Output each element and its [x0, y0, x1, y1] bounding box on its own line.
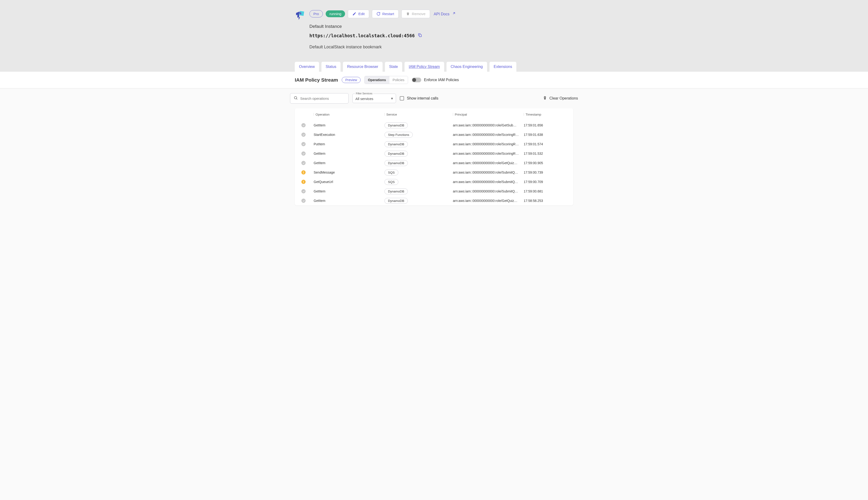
check-icon — [301, 198, 305, 203]
cell-timestamp: 17:58:58.253 — [524, 199, 564, 203]
cell-timestamp: 17:59:01.532 — [524, 152, 564, 156]
service-chip: DynamoDB — [385, 160, 408, 166]
restart-label: Restart — [382, 12, 394, 16]
table-row[interactable]: PutItemDynamoDBarn:aws:iam::000000000000… — [295, 139, 573, 149]
table-header: Operation Service Principal Timestamp — [295, 108, 573, 121]
service-chip: DynamoDB — [385, 189, 408, 194]
cell-principal: arn:aws:iam::000000000000:role/ScoringRo… — [453, 152, 519, 156]
check-icon — [301, 151, 305, 156]
table-row[interactable]: GetItemDynamoDBarn:aws:iam::000000000000… — [295, 186, 573, 196]
edit-label: Edit — [358, 12, 365, 16]
cell-operation: GetItem — [314, 152, 385, 156]
clear-icon — [543, 96, 547, 101]
tab-overview[interactable]: Overview — [295, 62, 319, 72]
cell-principal: arn:aws:iam::000000000000:role/ScoringRo… — [453, 142, 519, 146]
tab-extensions[interactable]: Extensions — [489, 62, 516, 72]
cell-operation: StartExecution — [314, 133, 385, 137]
check-icon — [301, 161, 305, 165]
chevron-down-icon: ▾ — [391, 96, 393, 101]
restart-button[interactable]: Restart — [372, 10, 399, 18]
trash-icon — [406, 12, 410, 16]
segment-policies[interactable]: Policies — [389, 76, 408, 84]
service-chip: SQS — [385, 179, 398, 185]
svg-point-2 — [294, 96, 297, 99]
cell-operation: GetQueueUrl — [314, 180, 385, 184]
table-row[interactable]: GetItemDynamoDBarn:aws:iam::000000000000… — [295, 158, 573, 168]
cell-principal: arn:aws:iam::000000000000:role/SubmitQui… — [453, 171, 519, 174]
table-row[interactable]: GetItemDynamoDBarn:aws:iam::000000000000… — [295, 121, 573, 130]
operations-table: Operation Service Principal Timestamp Ge… — [295, 108, 573, 205]
enforce-iam-toggle[interactable] — [412, 78, 421, 82]
service-chip: DynamoDB — [385, 122, 408, 128]
check-icon — [301, 123, 305, 127]
service-chip: DynamoDB — [385, 198, 408, 204]
enforce-iam-label: Enforce IAM Policies — [424, 78, 459, 82]
external-link-icon — [452, 11, 456, 15]
cell-principal: arn:aws:iam::000000000000:role/ScoringRo… — [453, 133, 519, 137]
check-icon — [301, 142, 305, 146]
copy-icon[interactable] — [418, 33, 422, 38]
header-section: Pro running Edit Restart Remove — [0, 0, 868, 72]
filter-value: All services — [355, 97, 373, 101]
service-chip: DynamoDB — [385, 151, 408, 157]
tab-status[interactable]: Status — [321, 62, 341, 72]
tab-resource-browser[interactable]: Resource Browser — [343, 62, 382, 72]
cell-timestamp: 17:59:01.574 — [524, 142, 564, 146]
cell-principal: arn:aws:iam::000000000000:role/GetQuizRo… — [453, 199, 519, 203]
col-service: Service — [385, 113, 453, 116]
cell-timestamp: 17:59:00.709 — [524, 180, 564, 184]
col-operation: Operation — [314, 113, 385, 116]
cell-operation: SendMessage — [314, 171, 385, 174]
cell-operation: GetItem — [314, 189, 385, 193]
col-principal: Principal — [453, 113, 524, 116]
localstack-logo — [295, 10, 305, 21]
cell-timestamp: 17:59:01.638 — [524, 133, 564, 137]
cell-timestamp: 17:59:01.656 — [524, 123, 564, 127]
clear-operations-button[interactable]: Clear Operations — [543, 96, 578, 101]
remove-button: Remove — [401, 10, 430, 18]
cell-operation: PutItem — [314, 142, 385, 146]
nav-tabs: Overview Status Resource Browser State I… — [295, 62, 573, 72]
header-buttons: Pro running Edit Restart Remove — [309, 9, 573, 18]
restart-icon — [376, 12, 380, 16]
show-internal-checkbox[interactable] — [400, 96, 404, 101]
check-icon — [301, 189, 305, 193]
page-title: IAM Policy Stream — [295, 77, 338, 83]
table-row[interactable]: !SendMessageSQSarn:aws:iam::000000000000… — [295, 168, 573, 177]
instance-description: Default LocalStack instance bookmark — [309, 45, 573, 49]
segment-group: Operations Policies — [364, 76, 408, 84]
running-badge: running — [326, 10, 345, 17]
api-docs-link[interactable]: API Docs — [433, 9, 457, 18]
cell-operation: GetItem — [314, 123, 385, 127]
pro-badge: Pro — [309, 10, 323, 18]
remove-label: Remove — [412, 12, 425, 16]
clear-label: Clear Operations — [549, 96, 578, 101]
segment-operations[interactable]: Operations — [365, 76, 389, 84]
table-row[interactable]: StartExecutionStep Functionsarn:aws:iam:… — [295, 130, 573, 139]
warning-icon: ! — [301, 170, 305, 174]
filter-services-select[interactable]: Filter Services All services ▾ — [352, 94, 396, 103]
service-chip: SQS — [385, 170, 398, 175]
search-operations-box[interactable] — [290, 93, 348, 104]
tab-iam-policy-stream[interactable]: IAM Policy Stream — [404, 62, 444, 72]
filter-label: Filter Services — [355, 92, 373, 95]
instance-url: https://localhost.localstack.cloud:4566 — [309, 33, 415, 38]
api-docs-label: API Docs — [434, 12, 449, 16]
cell-timestamp: 17:59:00.905 — [524, 161, 564, 165]
check-icon — [301, 133, 305, 137]
search-icon — [293, 96, 298, 101]
cell-principal: arn:aws:iam::000000000000:role/SubmitQui… — [453, 180, 519, 184]
show-internal-label: Show internal calls — [407, 96, 438, 101]
service-chip: Step Functions — [385, 132, 413, 138]
warning-icon: ! — [301, 180, 305, 184]
cell-principal: arn:aws:iam::000000000000:role/GetQuizRo… — [453, 161, 519, 165]
cell-principal: arn:aws:iam::000000000000:role/SubmitQui… — [453, 189, 519, 193]
table-row[interactable]: !GetQueueUrlSQSarn:aws:iam::000000000000… — [295, 177, 573, 186]
search-input[interactable] — [300, 96, 345, 101]
table-row[interactable]: GetItemDynamoDBarn:aws:iam::000000000000… — [295, 196, 573, 205]
col-timestamp: Timestamp — [524, 113, 564, 116]
tab-chaos-engineering[interactable]: Chaos Engineering — [446, 62, 487, 72]
edit-button[interactable]: Edit — [348, 10, 369, 18]
tab-state[interactable]: State — [385, 62, 402, 72]
table-row[interactable]: GetItemDynamoDBarn:aws:iam::000000000000… — [295, 149, 573, 158]
